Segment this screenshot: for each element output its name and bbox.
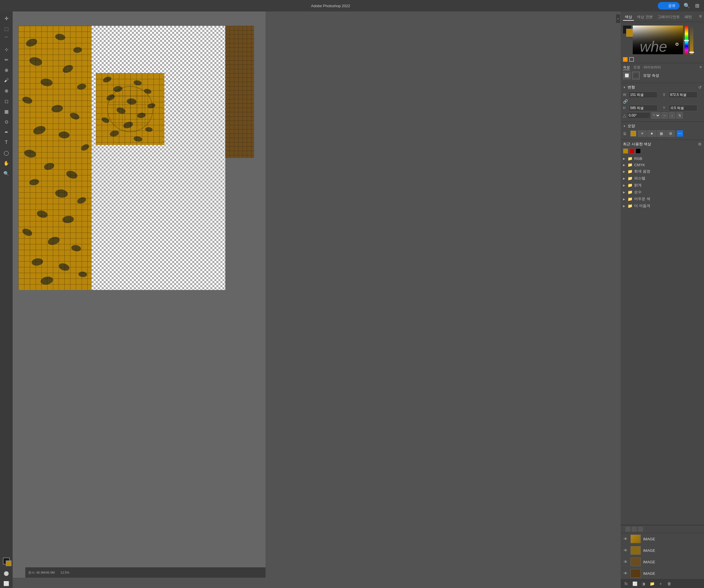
fill-swatch[interactable]	[631, 131, 636, 136]
tool-move[interactable]: ✢	[2, 14, 11, 23]
transform-reset-icon[interactable]: ↺	[698, 85, 702, 89]
layer-delete-btn[interactable]: 🗑	[666, 581, 672, 587]
recent-colors-section: 최근 사용한 색상 ⚙ ▶ 📁 RGB ▶ 📁 CMYK ▶ 📁 회색	[621, 139, 704, 211]
layer-item-3[interactable]: 👁 IMAGE	[621, 556, 704, 568]
properties-menu-icon[interactable]: ≡	[699, 65, 702, 70]
color-group-pastel[interactable]: ▶ 📁 파스텔	[623, 175, 702, 182]
share-button[interactable]: 👤 공유	[658, 2, 680, 9]
layer-item-1[interactable]: 👁 IMAGE	[621, 533, 704, 545]
tool-dodge[interactable]: ⊙	[2, 117, 11, 126]
layer-visibility-4[interactable]: 👁	[623, 571, 628, 576]
transform-header[interactable]: ▼ 변형 ↺	[623, 85, 702, 90]
layer-visibility-1[interactable]: 👁	[623, 536, 628, 541]
search-button[interactable]: 🔍	[683, 1, 691, 10]
layers-list: 👁 IMAGE 👁 IMAGE 👁 IMAGE	[621, 533, 704, 579]
w-label: W	[623, 93, 628, 97]
layer-adj-bottom-btn[interactable]: ◑	[640, 581, 647, 587]
recent-swatch-1[interactable]	[623, 148, 628, 153]
transform-section: ▼ 변형 ↺ W X 🔗 H Y	[621, 83, 704, 121]
shape-props-label: 모양 속성	[643, 73, 659, 78]
layer-mask-icon[interactable]	[632, 527, 637, 532]
document-canvas[interactable]	[18, 26, 254, 290]
layer-visibility-3[interactable]: 👁	[623, 559, 628, 565]
angle-dropdown[interactable]: °	[651, 112, 660, 119]
tab-color[interactable]: 색상	[623, 14, 634, 21]
layer-mask-bottom-btn[interactable]: ⬜	[632, 581, 638, 587]
alpha-bar[interactable]	[690, 25, 693, 54]
grayscale-label: 회색 음영	[634, 169, 650, 174]
tool-eraser[interactable]: ◻	[2, 96, 11, 106]
properties-tabs: 속성 조정 라이브러리 ≡	[623, 65, 702, 70]
color-group-grayscale[interactable]: ▶ 📁 회색 음영	[623, 168, 702, 175]
layer-item-4[interactable]: 👁 IMAGE	[621, 568, 704, 579]
color-group-rgb[interactable]: ▶ 📁 RGB	[623, 155, 702, 161]
shape-prop-btn[interactable]: ⬜	[623, 72, 631, 79]
tool-hand[interactable]: ✋	[2, 158, 11, 168]
layer-item-2[interactable]: 👁 IMAGE	[621, 545, 704, 556]
tab-library[interactable]: 라이브러리	[644, 65, 661, 70]
tool-pen[interactable]: ✒	[2, 127, 11, 137]
tool-screen-mode[interactable]: ⬜	[2, 579, 11, 588]
cmyk-label: CMYK	[634, 163, 645, 167]
color-group-cmyk[interactable]: ▶ 📁 CMYK	[623, 161, 702, 168]
link-wh-icon[interactable]: 🔗	[623, 99, 628, 104]
tab-pattern[interactable]: 패턴	[683, 14, 694, 21]
layer-fx-icon[interactable]	[625, 527, 631, 532]
tool-crop[interactable]: ⊹	[2, 45, 11, 54]
color-group-darker[interactable]: ▶ 📁 더 어둡게	[623, 202, 702, 209]
tool-select[interactable]: ⬚	[2, 24, 11, 33]
tool-text[interactable]: T	[2, 138, 11, 147]
tool-lasso[interactable]: ⌒	[2, 35, 11, 44]
tab-properties[interactable]: 속성	[623, 65, 630, 70]
color-group-pure[interactable]: ▶ 📁 순수	[623, 189, 702, 196]
recent-swatch-3[interactable]	[636, 148, 641, 153]
shape-header[interactable]: ▼ 모양	[623, 123, 702, 129]
fill-pattern-btn[interactable]: ⊞	[666, 130, 675, 137]
hue-bar[interactable]	[685, 25, 688, 54]
fill-none-btn[interactable]: ✕	[638, 130, 647, 137]
w-input[interactable]	[629, 91, 657, 98]
panel-collapse-btn[interactable]: »	[616, 14, 620, 23]
pixel-prop-btn[interactable]: ⬛	[632, 72, 640, 79]
layer-visibility-2[interactable]: 👁	[623, 548, 628, 553]
tool-heal[interactable]: ⊕	[2, 65, 11, 75]
recent-colors-gear-icon[interactable]: ⚙	[698, 142, 702, 146]
layer-adj-icon[interactable]	[638, 527, 643, 532]
panel-menu-icon[interactable]: ≡	[699, 14, 702, 21]
color-group-bright[interactable]: ▶ 📁 밝게	[623, 182, 702, 189]
arrange-button[interactable]: ⊞	[694, 1, 701, 10]
tool-eyedropper[interactable]: ✏	[2, 55, 11, 64]
layer-new-btn[interactable]: +	[657, 581, 664, 587]
tool-clone[interactable]: ⊗	[2, 86, 11, 95]
warning-icon: !	[623, 57, 628, 62]
layer-fx-bottom-btn[interactable]: fx	[623, 581, 629, 587]
layer-group-btn[interactable]: 📁	[649, 581, 655, 587]
foreground-color[interactable]	[3, 558, 10, 565]
y-input[interactable]	[669, 105, 697, 111]
x-input[interactable]	[669, 91, 697, 98]
h-input[interactable]	[629, 105, 657, 111]
tab-adjust[interactable]: 조정	[633, 65, 640, 70]
tool-brush[interactable]: 🖌	[2, 76, 11, 85]
flip-h-btn[interactable]: ↔	[661, 112, 668, 119]
tab-gradient[interactable]: 그레이디언트	[656, 14, 682, 21]
background-color[interactable]	[6, 561, 11, 566]
flip-extra-btn[interactable]: ⇅	[677, 112, 683, 119]
tool-shape[interactable]: ◯	[2, 148, 11, 157]
gamut-warning[interactable]	[629, 57, 634, 62]
fill-more-btn[interactable]: ⋯	[677, 130, 683, 137]
fill-solid-btn[interactable]: ■	[647, 130, 656, 137]
tool-gradient[interactable]: ▦	[2, 107, 11, 116]
tool-quick-mask[interactable]: ⬤	[2, 569, 11, 578]
color-group-dark[interactable]: ▶ 📁 어두운 색	[623, 196, 702, 202]
fill-gradient-btn[interactable]: ▦	[657, 130, 665, 137]
foreground-swatch[interactable]	[623, 25, 631, 34]
x-label: X	[663, 93, 667, 97]
angle-input[interactable]	[627, 112, 650, 119]
grayscale-folder-icon: 📁	[628, 169, 633, 174]
recent-swatch-2[interactable]	[629, 148, 635, 153]
tab-color-sample[interactable]: 색상 견본	[635, 14, 655, 21]
fill-row: 칠 ✕ ■ ▦ ⊞ ⋯	[623, 130, 702, 137]
tool-zoom[interactable]: 🔍	[2, 169, 11, 178]
flip-v-btn[interactable]: ↕	[669, 112, 675, 119]
